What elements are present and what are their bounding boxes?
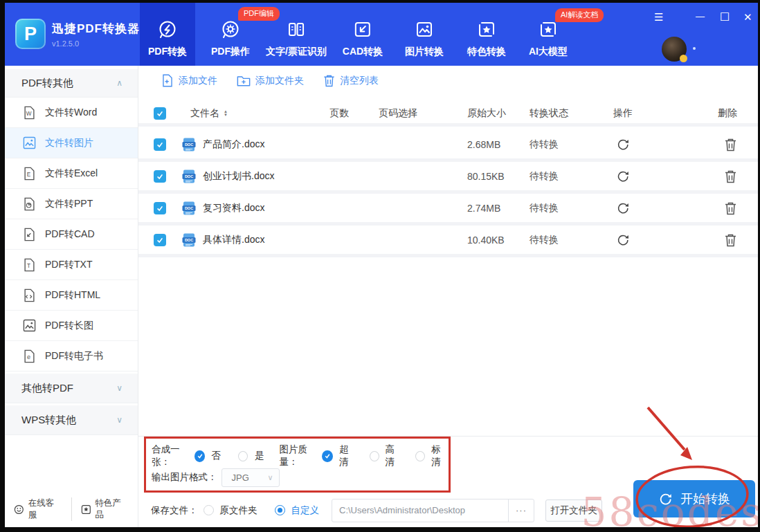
txt-file-icon: T	[23, 258, 36, 272]
close-icon[interactable]: ✕	[743, 12, 752, 22]
file-name: 创业计划书.docx	[203, 170, 274, 183]
image-file-icon	[23, 136, 36, 149]
quality-high-radio[interactable]	[370, 451, 379, 461]
sidebar-item-pdf-to-txt[interactable]: T PDF转TXT	[5, 250, 138, 280]
sidebar-item-file-to-image[interactable]: 文件转图片	[5, 128, 138, 158]
quality-std-label[interactable]: 标清	[431, 443, 449, 468]
sidebar-item-pdf-to-html[interactable]: PDF转HTML	[5, 280, 138, 311]
tab-special-convert[interactable]: 特色转换	[459, 3, 514, 66]
sidebar-item-file-to-word[interactable]: W 文件转Word	[5, 98, 138, 128]
tab-label: CAD转换	[343, 46, 383, 58]
app-logo: P	[15, 19, 46, 49]
delete-icon[interactable]	[724, 169, 737, 183]
tab-pdf-convert[interactable]: PDF转换	[140, 3, 195, 66]
minimize-icon[interactable]: —	[696, 12, 705, 21]
tab-image-convert[interactable]: 图片转换	[397, 3, 452, 66]
merge-yes-radio[interactable]	[238, 451, 248, 461]
add-folder-button[interactable]: 添加文件夹	[237, 75, 304, 87]
tab-cad-convert[interactable]: CAD转换	[334, 3, 391, 66]
pdf-operate-icon	[220, 19, 241, 41]
sidebar-item-file-to-ppt[interactable]: 文件转PPT	[5, 189, 138, 219]
maximize-icon[interactable]: ☐	[720, 12, 730, 23]
path-group: C:\Users\Administrator\Desktop ···	[332, 499, 534, 522]
status-cell: 待转换	[519, 202, 602, 214]
check-icon	[324, 452, 331, 459]
sidebar-item-pdf-to-long-image[interactable]: PDF转长图	[5, 311, 138, 341]
col-filename[interactable]: 文件名	[190, 107, 219, 120]
row-checkbox[interactable]	[154, 202, 166, 214]
select-all-checkbox[interactable]	[154, 107, 166, 120]
quality-super-label[interactable]: 超清	[339, 443, 356, 468]
sidebar-item-file-to-excel[interactable]: E 文件转Excel	[5, 158, 138, 189]
check-icon	[197, 452, 203, 459]
file-list: DOC 产品简介.docx 2.68MB 待转换 DOC 创业计划书.docx …	[138, 130, 758, 257]
featured-products-link[interactable]: 特色产品	[71, 497, 138, 521]
row-checkbox[interactable]	[154, 170, 166, 183]
refresh-icon[interactable]	[616, 233, 630, 247]
col-page-select: 页码选择	[367, 107, 429, 120]
status-cell: 待转换	[519, 170, 602, 183]
long-image-icon	[23, 319, 36, 332]
row-checkbox[interactable]	[154, 234, 166, 246]
sidebar-group-other-to-pdf[interactable]: 其他转PDF ∨	[5, 374, 138, 403]
avatar[interactable]	[662, 37, 687, 62]
logo-letter: P	[24, 24, 37, 45]
item-label: 文件转Word	[45, 107, 97, 119]
original-folder-label[interactable]: 原文件夹	[220, 504, 257, 517]
delete-icon[interactable]	[724, 233, 737, 247]
save-path-input[interactable]: C:\Users\Administrator\Desktop	[332, 499, 508, 522]
sidebar-item-pdf-to-ebook[interactable]: e PDF转电子书	[5, 341, 138, 372]
table-row[interactable]: DOC 复习资料.docx 2.74MB 待转换	[138, 194, 758, 226]
vip-badge-icon	[680, 55, 687, 62]
merge-yes-label[interactable]: 是	[255, 450, 264, 462]
table-row[interactable]: DOC 创业计划书.docx 80.15KB 待转换	[138, 162, 758, 194]
format-select[interactable]: JPG ∨	[221, 468, 280, 487]
item-label: PDF转电子书	[45, 350, 103, 363]
convert-refresh-icon	[658, 492, 673, 506]
table-row[interactable]: DOC 产品简介.docx 2.68MB 待转换	[138, 130, 758, 162]
tool-label: 清空列表	[340, 75, 379, 87]
chevron-down-icon: ∨	[267, 473, 273, 482]
quality-super-radio[interactable]	[322, 450, 333, 462]
status-cell: 待转换	[519, 138, 602, 151]
table-row[interactable]: DOC 具体详情.docx 10.40KB 待转换	[138, 226, 758, 257]
original-folder-radio[interactable]	[203, 505, 214, 515]
delete-icon[interactable]	[724, 138, 737, 152]
merge-no-label[interactable]: 否	[211, 450, 221, 462]
app-version: v1.2.5.0	[52, 39, 140, 48]
svg-text:DOC: DOC	[185, 143, 193, 147]
add-file-button[interactable]: 添加文件	[161, 74, 217, 87]
sort-icon[interactable]: ▲▼	[224, 110, 228, 116]
col-size: 原始大小	[429, 107, 519, 120]
refresh-icon[interactable]	[616, 138, 630, 152]
merge-no-radio[interactable]	[194, 450, 206, 462]
menu-icon[interactable]: ☰	[654, 12, 663, 22]
quality-high-label[interactable]: 高清	[386, 443, 403, 468]
group-label: WPS转其他	[21, 414, 76, 427]
start-convert-button[interactable]: 开始转换	[633, 480, 755, 517]
custom-folder-radio[interactable]	[275, 505, 285, 515]
row-checkbox[interactable]	[154, 138, 166, 151]
item-label: PDF转TXT	[45, 259, 92, 271]
check-icon	[156, 204, 164, 212]
file-name: 复习资料.docx	[203, 202, 264, 214]
refresh-icon[interactable]	[616, 169, 630, 183]
refresh-icon[interactable]	[616, 201, 630, 215]
sidebar-group-pdf-to-other[interactable]: PDF转其他 ∧	[5, 69, 138, 98]
item-label: 文件转PPT	[45, 198, 93, 210]
sidebar-item-pdf-to-cad[interactable]: PDF转CAD	[5, 219, 138, 250]
format-label: 输出图片格式：	[152, 471, 217, 484]
open-folder-button[interactable]: 打开文件夹	[545, 499, 602, 522]
tab-label: 文字/票证识别	[266, 46, 327, 58]
app-title: 迅捷PDF转换器	[52, 21, 140, 37]
file-toolbar: 添加文件 添加文件夹 清空列表	[161, 74, 379, 87]
browse-button[interactable]: ···	[508, 499, 534, 522]
sidebar-group-wps-to-other[interactable]: WPS转其他 ∨	[5, 405, 138, 435]
star-box-icon	[81, 504, 91, 515]
custom-folder-label[interactable]: 自定义	[291, 504, 320, 517]
size-cell: 2.68MB	[429, 139, 519, 150]
online-service-link[interactable]: 在线客服	[5, 497, 71, 521]
quality-std-radio[interactable]	[415, 451, 425, 461]
clear-list-button[interactable]: 清空列表	[323, 74, 379, 87]
delete-icon[interactable]	[724, 201, 737, 215]
